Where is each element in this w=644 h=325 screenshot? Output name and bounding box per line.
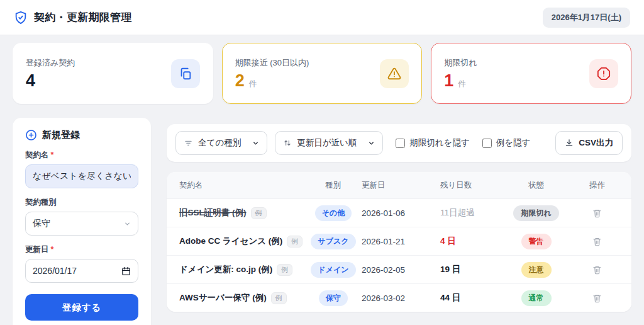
stat-unit: 件 (458, 79, 466, 89)
example-badge: 例 (287, 236, 303, 248)
contract-name: ドメイン更新: co.jp (例) (179, 264, 272, 275)
table-body: 旧SSL証明書 (例) 例 その他 2026-01-06 11日超過 期限切れ (167, 198, 631, 312)
trash-icon (592, 208, 602, 218)
table-row: ドメイン更新: co.jp (例) 例 ドメイン 2026-02-05 19 日… (167, 255, 631, 283)
status-badge: 注意 (521, 262, 552, 278)
stat-value: 2 (235, 72, 245, 89)
stat-card-registered: 登録済み契約 4 (13, 43, 213, 104)
renewal-date-input[interactable]: 2026/01/17 (25, 259, 138, 283)
page-title: 契約・更新期限管理 (34, 10, 132, 25)
days-remaining: 11日超過 (440, 207, 497, 219)
warning-triangle-icon (380, 59, 409, 88)
calendar-icon (121, 266, 131, 276)
sort-order-select[interactable]: 更新日が近い順 (275, 131, 383, 155)
register-button[interactable]: 登録する (25, 294, 138, 321)
renewal-date: 2026-03-02 (362, 294, 440, 303)
documents-icon (171, 59, 200, 88)
contract-type-select[interactable]: 保守 (25, 212, 138, 236)
app-screen: 契約・更新期限管理 2026年1月17日(土) 登録済み契約 4 (0, 0, 644, 325)
status-badge: 期限切れ (513, 205, 558, 221)
contract-name: 旧SSL証明書 (例) (179, 207, 247, 219)
contract-name: Adobe CC ライセンス (例) (179, 236, 282, 247)
current-date-badge: 2026年1月17日(土) (543, 8, 630, 28)
filter-lines-icon (184, 139, 193, 148)
type-badge: その他 (315, 205, 352, 221)
trash-icon (592, 265, 602, 275)
contract-name-input[interactable] (25, 164, 138, 188)
stat-value: 4 (26, 72, 35, 89)
topbar: 契約・更新期限管理 2026年1月17日(土) (0, 0, 644, 35)
stat-unit: 件 (249, 79, 257, 89)
col-status: 状態 (497, 180, 575, 191)
stat-label: 期限接近 (30日以内) (235, 57, 309, 69)
chevron-down-icon (124, 220, 131, 227)
csv-export-button[interactable]: CSV出力 (555, 131, 623, 155)
chevron-down-icon (252, 140, 259, 147)
contract-name-label: 契約名* (25, 150, 138, 161)
list-section: 全ての種別 更新日が近い順 (167, 118, 631, 312)
renewal-date-label: 更新日* (25, 244, 138, 255)
stat-card-approaching: 期限接近 (30日以内) 2 件 (222, 43, 423, 104)
example-badge: 例 (277, 264, 292, 276)
stat-label: 登録済み契約 (26, 57, 75, 69)
delete-button[interactable] (590, 291, 604, 305)
table-header-row: 契約名 種別 更新日 残り日数 状態 操作 (167, 172, 631, 198)
renewal-date: 2026-02-05 (362, 265, 440, 275)
circle-plus-icon (25, 129, 37, 141)
contract-name: AWSサーバー保守 (例) (179, 292, 267, 304)
renewal-date: 2026-01-06 (362, 208, 440, 218)
example-badge: 例 (251, 207, 267, 219)
type-badge: ドメイン (311, 262, 355, 278)
shield-check-icon (14, 11, 28, 25)
table-row: Adobe CC ライセンス (例) 例 サブスク 2026-01-21 4 日… (167, 227, 631, 255)
hide-expired-checkbox[interactable]: 期限切れを隠す (396, 137, 469, 149)
col-days-remaining: 残り日数 (440, 180, 497, 191)
table-row: 旧SSL証明書 (例) 例 その他 2026-01-06 11日超過 期限切れ (167, 198, 631, 227)
hide-examples-checkbox[interactable]: 例を隠す (482, 137, 531, 149)
delete-button[interactable] (590, 263, 604, 277)
list-toolbar: 全ての種別 更新日が近い順 (167, 124, 631, 162)
example-badge: 例 (271, 292, 287, 304)
table-row: AWSサーバー保守 (例) 例 保守 2026-03-02 44 日 通常 (167, 283, 631, 312)
trash-icon (592, 294, 602, 303)
stat-value: 1 (444, 72, 453, 89)
days-remaining: 4 日 (440, 236, 497, 247)
download-icon (565, 139, 574, 147)
hide-expired-checkbox-input[interactable] (396, 139, 405, 148)
col-operations: 操作 (575, 180, 619, 191)
days-remaining: 19 日 (440, 264, 497, 275)
contracts-table: 契約名 種別 更新日 残り日数 状態 操作 旧SSL証明書 (例) 例 その他 … (167, 172, 631, 312)
delete-button[interactable] (590, 206, 604, 220)
stat-card-expired: 期限切れ 1 件 (431, 43, 631, 104)
new-registration-form: 新規登録 契約名* 契約種別 保守 更新日* 2026/01/17 (13, 118, 151, 325)
stats-row: 登録済み契約 4 期限接近 (30日以内) 2 (13, 43, 631, 104)
col-type: 種別 (305, 180, 362, 191)
form-title: 新規登録 (42, 129, 80, 141)
type-badge: 保守 (319, 290, 348, 306)
days-remaining: 44 日 (440, 292, 497, 304)
chevron-down-icon (368, 140, 375, 147)
delete-button[interactable] (590, 234, 604, 249)
status-badge: 通常 (521, 290, 552, 306)
trash-icon (592, 237, 602, 246)
hide-examples-checkbox-input[interactable] (482, 139, 492, 148)
stat-label: 期限切れ (444, 57, 477, 69)
status-badge: 警告 (521, 234, 552, 249)
contract-type-label: 契約種別 (25, 197, 138, 208)
col-contract-name: 契約名 (179, 180, 305, 191)
alert-octagon-icon (589, 59, 618, 88)
col-renewal-date: 更新日 (362, 180, 440, 191)
renewal-date: 2026-01-21 (362, 237, 440, 246)
type-badge: サブスク (311, 234, 355, 249)
arrow-up-down-icon (283, 139, 292, 147)
type-filter-select[interactable]: 全ての種別 (175, 131, 267, 155)
